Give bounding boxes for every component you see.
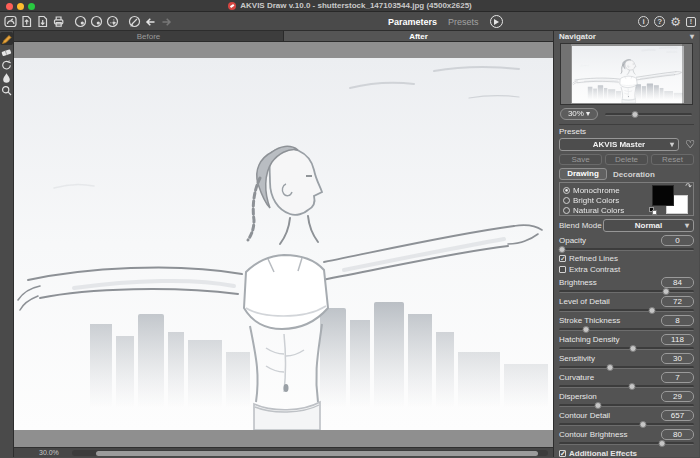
value-box[interactable]: 657 bbox=[661, 410, 694, 421]
feedback-icon[interactable]: ! bbox=[686, 17, 696, 27]
share-icon-a[interactable] bbox=[73, 14, 88, 29]
akvis-draw-window: AKVIS Draw v.10.0 - shutterstock_1471035… bbox=[0, 0, 700, 458]
zoom-slider-handle[interactable] bbox=[632, 111, 639, 118]
value-box[interactable]: 7 bbox=[661, 372, 694, 383]
checkbox-extra-contrast[interactable]: Extra Contrast bbox=[559, 265, 694, 274]
foreground-color-swatch[interactable] bbox=[652, 185, 674, 206]
opacity-label: Opacity bbox=[559, 236, 586, 245]
opacity-value-box[interactable]: 0 bbox=[661, 235, 694, 246]
preset-select[interactable]: AKVIS Master ▾ bbox=[559, 138, 679, 151]
radio-button: ● bbox=[563, 187, 570, 194]
help-icon[interactable]: ? bbox=[654, 16, 665, 27]
swap-colors-icon[interactable]: ↷ bbox=[685, 183, 692, 191]
favorite-preset-icon[interactable]: ♡ bbox=[685, 138, 695, 151]
slider-handle[interactable] bbox=[583, 326, 590, 333]
navigator-thumbnail bbox=[572, 46, 684, 103]
tab-decoration[interactable]: Decoration bbox=[613, 170, 655, 179]
zoom-tool[interactable] bbox=[0, 84, 13, 97]
slider-handle[interactable] bbox=[658, 440, 665, 447]
undo-icon[interactable] bbox=[143, 14, 158, 29]
run-icon[interactable] bbox=[490, 15, 503, 28]
slider-handle[interactable] bbox=[628, 383, 635, 390]
slider-curvature[interactable] bbox=[559, 385, 694, 388]
history-brush-tool[interactable] bbox=[0, 58, 13, 71]
value-box[interactable]: 30 bbox=[661, 353, 694, 364]
slider-handle[interactable] bbox=[639, 421, 646, 428]
open-image-icon[interactable] bbox=[19, 14, 34, 29]
color-swatches: ↷ bbox=[652, 185, 690, 214]
smudge-tool[interactable] bbox=[0, 71, 13, 84]
value-box[interactable]: 84 bbox=[661, 277, 694, 288]
value-box[interactable]: 118 bbox=[661, 334, 694, 345]
workspace-icon[interactable] bbox=[3, 14, 18, 29]
value-box[interactable]: 29 bbox=[661, 391, 694, 402]
slider-contour-detail[interactable] bbox=[559, 423, 694, 426]
zoom-slider[interactable] bbox=[605, 113, 692, 116]
slider-handle[interactable] bbox=[662, 288, 669, 295]
slider-handle[interactable] bbox=[595, 402, 602, 409]
slider-row-contour-detail: Contour Detail 657 bbox=[559, 410, 694, 421]
radio-button bbox=[563, 207, 570, 214]
checkbox-box[interactable] bbox=[559, 266, 566, 273]
pencil-tool[interactable] bbox=[0, 32, 13, 45]
horizontal-scrollbar-thumb[interactable] bbox=[96, 451, 539, 456]
navigator-title: Navigator bbox=[559, 31, 596, 43]
tab-parameters[interactable]: Parameters bbox=[388, 17, 437, 27]
value-box[interactable]: 72 bbox=[661, 296, 694, 307]
checkbox-box[interactable]: ✓ bbox=[559, 450, 566, 457]
value-box[interactable]: 8 bbox=[661, 315, 694, 326]
save-preset-button[interactable]: Save bbox=[559, 154, 602, 165]
slider-sensitivity[interactable] bbox=[559, 366, 694, 369]
tool-panel bbox=[0, 31, 14, 457]
eraser-tool[interactable] bbox=[0, 45, 13, 58]
app-icon bbox=[228, 2, 236, 10]
radio-button bbox=[563, 197, 570, 204]
slider-contour-brightness[interactable] bbox=[559, 442, 694, 445]
save-image-icon[interactable] bbox=[35, 14, 50, 29]
blend-mode-select[interactable]: Normal ▾ bbox=[603, 219, 694, 232]
slider-dispersion[interactable] bbox=[559, 404, 694, 407]
preferences-icon[interactable]: ⚙ bbox=[670, 16, 681, 28]
navigator-offscreen-left bbox=[561, 44, 571, 104]
slider-row-dispersion: Dispersion 29 bbox=[559, 391, 694, 402]
slider-handle[interactable] bbox=[649, 307, 656, 314]
tab-after[interactable]: After bbox=[283, 31, 553, 41]
slider-handle[interactable] bbox=[630, 345, 637, 352]
window-title: AKVIS Draw v.10.0 - shutterstock_1471035… bbox=[240, 1, 472, 10]
slider-handle[interactable] bbox=[607, 364, 614, 371]
zoom-window-button[interactable] bbox=[28, 3, 35, 10]
zoom-level-dropdown[interactable]: 30% ▾ bbox=[560, 108, 598, 120]
slider-level-of-detail[interactable] bbox=[559, 309, 694, 312]
checkbox-box[interactable]: ✓ bbox=[559, 255, 566, 262]
slider-brightness[interactable] bbox=[559, 290, 694, 293]
checkbox-refined-lines[interactable]: ✓ Refined Lines bbox=[559, 254, 694, 263]
reset-preset-button[interactable]: Reset bbox=[651, 154, 694, 165]
navigator-menu-icon[interactable]: ▾ bbox=[690, 31, 694, 43]
redo-icon[interactable] bbox=[159, 14, 174, 29]
delete-preset-button[interactable]: Delete bbox=[605, 154, 648, 165]
navigator-preview[interactable] bbox=[560, 43, 693, 105]
slider-stroke-thickness[interactable] bbox=[559, 328, 694, 331]
quick-edit-icon[interactable] bbox=[127, 14, 142, 29]
slider-hatching-density[interactable] bbox=[559, 347, 694, 350]
minimize-window-button[interactable] bbox=[17, 3, 24, 10]
horizontal-scrollbar[interactable] bbox=[72, 450, 548, 456]
tab-drawing[interactable]: Drawing bbox=[559, 168, 607, 180]
default-colors-icon[interactable] bbox=[649, 207, 657, 215]
value-box[interactable]: 80 bbox=[661, 429, 694, 440]
chevron-down-icon: ▾ bbox=[685, 220, 689, 231]
slider-row-level-of-detail: Level of Detail 72 bbox=[559, 296, 694, 307]
tab-before[interactable]: Before bbox=[14, 31, 283, 41]
close-window-button[interactable] bbox=[6, 3, 13, 10]
opacity-slider[interactable] bbox=[559, 248, 694, 251]
image-canvas[interactable] bbox=[14, 42, 553, 447]
print-icon[interactable] bbox=[51, 14, 66, 29]
tab-presets[interactable]: Presets bbox=[448, 17, 479, 27]
slider-row-sensitivity: Sensitivity 30 bbox=[559, 353, 694, 364]
checkbox-additional-effects[interactable]: ✓ Additional Effects bbox=[559, 449, 694, 457]
opacity-slider-handle[interactable] bbox=[558, 246, 565, 253]
share-icon-b[interactable] bbox=[89, 14, 104, 29]
sketch-image bbox=[14, 58, 553, 430]
share-settings-icon[interactable] bbox=[105, 14, 120, 29]
info-icon[interactable]: i bbox=[638, 16, 649, 27]
